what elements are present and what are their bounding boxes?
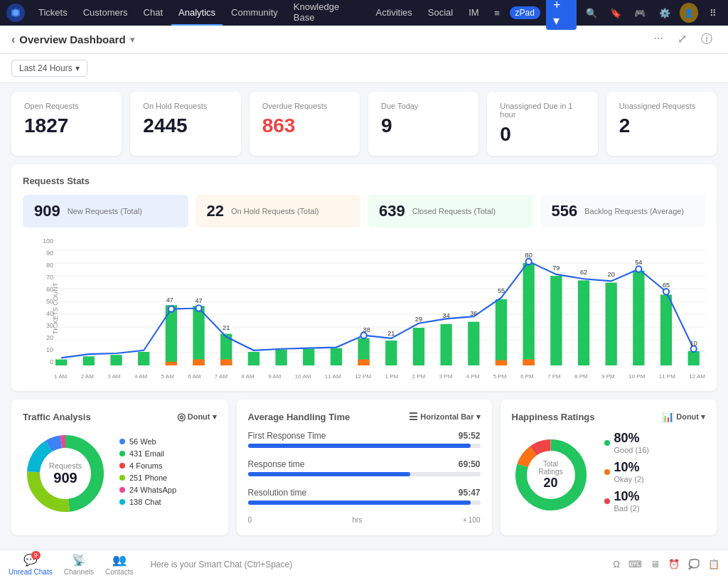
happiness-legend-okay: 10% Okay (2) <box>604 460 650 483</box>
svg-text:10: 10 <box>690 340 697 347</box>
stat-value-3: 9 <box>381 114 466 137</box>
requests-stats-section: Requests Stats 909 New Requests (Total) … <box>11 164 717 391</box>
stat-label-4: Unassigned Due in 1 hour <box>500 102 584 119</box>
tile-new: 909 New Requests (Total) <box>23 195 188 228</box>
apps-icon[interactable]: ⠿ <box>704 3 722 23</box>
nav-plus-button[interactable]: + ▾ <box>546 0 577 30</box>
stat-unassigned: Unassigned Requests 2 <box>606 92 717 156</box>
dropdown-chevron-happiness: ▾ <box>701 412 705 422</box>
nav-chat[interactable]: Chat <box>136 0 170 26</box>
bottom-icon-5[interactable]: 💭 <box>688 559 700 569</box>
bottom-icon-1[interactable]: Ω <box>613 559 620 569</box>
happiness-label-good: Good (16) <box>614 446 650 454</box>
unread-chats-button[interactable]: 💬 9 Unread Chats <box>9 553 53 576</box>
subheader-actions: ··· ⤢ ⓘ <box>650 31 717 48</box>
tile-backlog: 556 Backlog Requests (Average) <box>540 195 706 228</box>
svg-rect-12 <box>83 356 95 365</box>
bottom-bar: 💬 9 Unread Chats 📡 Channels 👥 Contacts H… <box>0 550 728 575</box>
nav-im[interactable]: IM <box>461 0 486 26</box>
nav-tickets[interactable]: Tickets <box>31 0 75 26</box>
channels-button[interactable]: 📡 Channels <box>64 553 94 576</box>
svg-point-1 <box>13 10 18 16</box>
handling-bar-bg-1 <box>248 472 481 476</box>
svg-text:62: 62 <box>580 269 587 276</box>
svg-rect-20 <box>220 360 232 365</box>
stat-value-5: 2 <box>619 114 704 137</box>
handling-footer: 0 hrs + 100 <box>248 516 481 524</box>
avatar-initials: 👤 <box>684 9 694 18</box>
expand-button[interactable]: ⤢ <box>673 31 691 48</box>
svg-rect-21 <box>248 352 259 365</box>
svg-text:21: 21 <box>223 324 230 331</box>
svg-rect-18 <box>193 360 204 365</box>
legend-item-web: 56 Web <box>119 437 176 446</box>
legend-item-whatsapp: 24 WhatsApp <box>119 486 176 494</box>
nav-more-icon[interactable]: ≡ <box>488 3 507 23</box>
svg-text:20: 20 <box>608 271 615 278</box>
traffic-legend: 56 Web 431 Email 4 Forums 251 Phone 24 W… <box>119 437 176 510</box>
bottom-bar-icons: Ω ⌨ 🖥 ⏰ 💭 📋 <box>613 559 719 569</box>
time-filter-button[interactable]: Last 24 Hours ▾ <box>11 60 87 77</box>
traffic-chart-type[interactable]: ◎ Donut ▾ <box>177 411 217 422</box>
happiness-chart-type[interactable]: 📊 Donut ▾ <box>662 411 705 422</box>
contacts-button[interactable]: 👥 Contacts <box>105 553 133 576</box>
x-axis-labels: 1 AM 2 AM 3 AM 4 AM 5 AM 6 AM 7 AM 8 AM … <box>54 373 705 380</box>
stat-value-4: 0 <box>500 123 584 146</box>
bottom-icon-3[interactable]: 🖥 <box>651 559 660 569</box>
bottom-icon-4[interactable]: ⏰ <box>668 559 680 569</box>
svg-rect-24 <box>331 348 342 365</box>
svg-text:80: 80 <box>525 251 532 258</box>
tile-label-0: New Requests (Total) <box>68 207 142 215</box>
nav-knowledge-base[interactable]: Knowledge Base <box>287 0 368 26</box>
workspace-label[interactable]: zPad <box>510 6 540 19</box>
tile-closed: 639 Closed Requests (Total) <box>368 195 533 228</box>
legend-dot-bad <box>604 498 610 504</box>
search-icon[interactable]: 🔍 <box>582 3 601 23</box>
dropdown-icon[interactable]: ▾ <box>130 35 134 45</box>
filter-dropdown-icon: ▾ <box>75 63 80 73</box>
handling-bar-1 <box>248 472 411 476</box>
stat-open-requests: Open Requests 1827 <box>11 92 122 156</box>
svg-point-41 <box>168 306 174 311</box>
app-logo[interactable] <box>6 3 26 23</box>
svg-rect-22 <box>275 350 287 365</box>
smart-chat-hint: Here is your Smart Chat (Ctrl+Space) <box>150 560 292 569</box>
gamepad-icon[interactable]: 🎮 <box>631 3 649 23</box>
bottom-icon-6[interactable]: 📋 <box>708 559 719 569</box>
svg-rect-17 <box>193 306 204 365</box>
handling-value-0: 95:52 <box>459 431 481 441</box>
legend-dot-whatsapp <box>119 487 125 493</box>
contacts-icon: 👥 <box>112 553 127 567</box>
back-button[interactable]: ‹ <box>11 33 15 46</box>
svg-rect-29 <box>440 324 451 365</box>
footer-right: + 100 <box>463 516 481 524</box>
bottom-icon-2[interactable]: ⌨ <box>628 559 642 569</box>
nav-analytics[interactable]: Analytics <box>171 0 223 26</box>
legend-dot-phone <box>119 475 125 481</box>
info-button[interactable]: ⓘ <box>697 31 717 48</box>
handling-label-1: Response time <box>248 459 305 469</box>
nav-activities[interactable]: Activities <box>369 0 419 26</box>
happiness-area: Total Ratings 20 80% Good (16) 10% Ok <box>512 431 706 518</box>
nav-community[interactable]: Community <box>224 0 285 26</box>
handling-row-2: Resolution time 95:47 <box>248 488 481 505</box>
handling-chart-type[interactable]: ☰ Horizontal Bar ▾ <box>409 411 480 422</box>
handling-row-1: Response time 69:50 <box>248 459 481 476</box>
stat-due-today: Due Today 9 <box>368 92 478 156</box>
nav-customers[interactable]: Customers <box>76 0 135 26</box>
more-options-button[interactable]: ··· <box>650 31 668 48</box>
nav-social[interactable]: Social <box>421 0 460 26</box>
donut-value: 909 <box>49 470 82 486</box>
legend-label-whatsapp: 24 WhatsApp <box>129 486 176 494</box>
stat-unassigned-hour: Unassigned Due in 1 hour 0 <box>487 92 597 156</box>
bookmark-icon[interactable]: 🔖 <box>606 3 625 23</box>
stat-value-2: 863 <box>262 114 347 137</box>
stat-value-1: 2445 <box>143 114 228 137</box>
avatar[interactable]: 👤 <box>680 3 698 23</box>
happiness-total-value: 20 <box>531 475 570 490</box>
svg-rect-16 <box>166 362 177 365</box>
happiness-label-bad: Bad (2) <box>614 504 640 513</box>
section-title: Requests Stats <box>23 176 705 186</box>
channels-icon: 📡 <box>72 553 86 567</box>
settings-icon[interactable]: ⚙️ <box>655 3 673 23</box>
